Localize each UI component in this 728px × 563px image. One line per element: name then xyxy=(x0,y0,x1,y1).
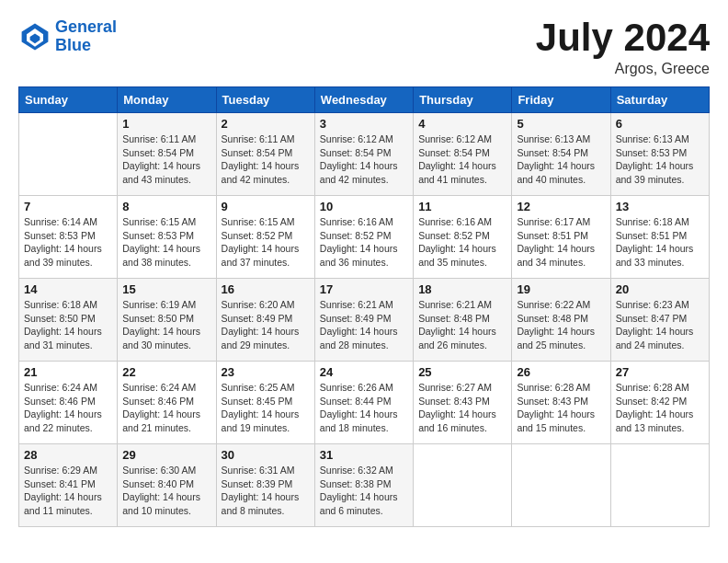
calendar-cell xyxy=(19,113,118,196)
calendar-body: 1Sunrise: 6:11 AMSunset: 8:54 PMDaylight… xyxy=(19,113,710,527)
day-number: 13 xyxy=(616,200,704,213)
day-number: 7 xyxy=(24,200,112,213)
day-number: 23 xyxy=(222,365,310,379)
day-info: Sunrise: 6:14 AMSunset: 8:53 PMDaylight:… xyxy=(24,215,112,270)
calendar-cell: 5Sunrise: 6:13 AMSunset: 8:54 PMDaylight… xyxy=(512,113,610,196)
day-info: Sunrise: 6:15 AMSunset: 8:53 PMDaylight:… xyxy=(122,215,210,270)
day-info: Sunrise: 6:25 AMSunset: 8:45 PMDaylight:… xyxy=(222,381,310,435)
calendar-week-4: 21Sunrise: 6:24 AMSunset: 8:46 PMDayligh… xyxy=(19,362,710,444)
month-year-title: July 2024 xyxy=(536,18,710,57)
day-info: Sunrise: 6:24 AMSunset: 8:46 PMDaylight:… xyxy=(24,381,112,435)
day-number: 17 xyxy=(320,282,408,296)
day-number: 22 xyxy=(122,365,210,379)
calendar-cell: 4Sunrise: 6:12 AMSunset: 8:54 PMDaylight… xyxy=(414,113,512,196)
day-number: 14 xyxy=(24,282,112,296)
header-day-friday: Friday xyxy=(512,87,610,113)
day-number: 20 xyxy=(616,282,704,296)
calendar-week-2: 7Sunrise: 6:14 AMSunset: 8:53 PMDaylight… xyxy=(19,196,710,279)
header-day-tuesday: Tuesday xyxy=(216,87,314,113)
day-number: 2 xyxy=(222,117,310,131)
calendar-cell: 17Sunrise: 6:21 AMSunset: 8:49 PMDayligh… xyxy=(314,279,413,362)
calendar-cell: 23Sunrise: 6:25 AMSunset: 8:45 PMDayligh… xyxy=(216,362,314,444)
day-info: Sunrise: 6:13 AMSunset: 8:53 PMDaylight:… xyxy=(616,132,704,187)
calendar-cell: 22Sunrise: 6:24 AMSunset: 8:46 PMDayligh… xyxy=(118,362,216,444)
title-block: July 2024 Argos, Greece xyxy=(536,18,710,77)
day-info: Sunrise: 6:28 AMSunset: 8:43 PMDaylight:… xyxy=(517,381,605,435)
day-info: Sunrise: 6:21 AMSunset: 8:49 PMDaylight:… xyxy=(320,298,408,352)
day-number: 25 xyxy=(418,365,506,379)
day-info: Sunrise: 6:24 AMSunset: 8:46 PMDaylight:… xyxy=(122,381,210,435)
calendar-cell: 31Sunrise: 6:32 AMSunset: 8:38 PMDayligh… xyxy=(314,444,413,527)
logo-icon xyxy=(18,20,51,53)
day-info: Sunrise: 6:29 AMSunset: 8:41 PMDaylight:… xyxy=(24,464,112,518)
day-info: Sunrise: 6:31 AMSunset: 8:39 PMDaylight:… xyxy=(222,464,310,518)
day-info: Sunrise: 6:27 AMSunset: 8:43 PMDaylight:… xyxy=(418,381,506,435)
day-number: 24 xyxy=(320,365,408,379)
calendar-cell: 11Sunrise: 6:16 AMSunset: 8:52 PMDayligh… xyxy=(414,196,512,279)
day-number: 3 xyxy=(320,117,408,131)
location-subtitle: Argos, Greece xyxy=(536,61,710,77)
calendar-cell: 18Sunrise: 6:21 AMSunset: 8:48 PMDayligh… xyxy=(414,279,512,362)
day-info: Sunrise: 6:26 AMSunset: 8:44 PMDaylight:… xyxy=(320,381,408,435)
logo: General Blue xyxy=(18,18,117,55)
day-info: Sunrise: 6:11 AMSunset: 8:54 PMDaylight:… xyxy=(222,132,310,187)
day-info: Sunrise: 6:18 AMSunset: 8:50 PMDaylight:… xyxy=(24,298,112,352)
calendar-cell: 24Sunrise: 6:26 AMSunset: 8:44 PMDayligh… xyxy=(314,362,413,444)
day-number: 16 xyxy=(222,282,310,296)
day-number: 19 xyxy=(517,282,605,296)
calendar-cell xyxy=(610,444,709,527)
day-info: Sunrise: 6:16 AMSunset: 8:52 PMDaylight:… xyxy=(418,215,506,270)
day-info: Sunrise: 6:22 AMSunset: 8:48 PMDaylight:… xyxy=(517,298,605,352)
page-header: General Blue July 2024 Argos, Greece xyxy=(18,18,710,77)
calendar-cell: 15Sunrise: 6:19 AMSunset: 8:50 PMDayligh… xyxy=(118,279,216,362)
day-info: Sunrise: 6:12 AMSunset: 8:54 PMDaylight:… xyxy=(320,132,408,187)
day-info: Sunrise: 6:20 AMSunset: 8:49 PMDaylight:… xyxy=(222,298,310,352)
day-number: 9 xyxy=(222,200,310,213)
calendar-cell: 30Sunrise: 6:31 AMSunset: 8:39 PMDayligh… xyxy=(216,444,314,527)
header-day-wednesday: Wednesday xyxy=(314,87,413,113)
header-row: SundayMondayTuesdayWednesdayThursdayFrid… xyxy=(19,87,710,113)
calendar-table: SundayMondayTuesdayWednesdayThursdayFrid… xyxy=(18,86,710,527)
calendar-cell: 1Sunrise: 6:11 AMSunset: 8:54 PMDaylight… xyxy=(118,113,216,196)
calendar-cell: 20Sunrise: 6:23 AMSunset: 8:47 PMDayligh… xyxy=(610,279,709,362)
day-number: 1 xyxy=(122,117,210,131)
calendar-cell: 2Sunrise: 6:11 AMSunset: 8:54 PMDaylight… xyxy=(216,113,314,196)
day-info: Sunrise: 6:19 AMSunset: 8:50 PMDaylight:… xyxy=(122,298,210,352)
day-info: Sunrise: 6:30 AMSunset: 8:40 PMDaylight:… xyxy=(122,464,210,518)
calendar-cell: 27Sunrise: 6:28 AMSunset: 8:42 PMDayligh… xyxy=(610,362,709,444)
calendar-cell: 8Sunrise: 6:15 AMSunset: 8:53 PMDaylight… xyxy=(118,196,216,279)
day-number: 31 xyxy=(320,448,408,462)
calendar-cell: 9Sunrise: 6:15 AMSunset: 8:52 PMDaylight… xyxy=(216,196,314,279)
day-number: 21 xyxy=(24,365,112,379)
day-number: 28 xyxy=(24,448,112,462)
day-number: 15 xyxy=(122,282,210,296)
day-info: Sunrise: 6:32 AMSunset: 8:38 PMDaylight:… xyxy=(320,464,408,518)
day-info: Sunrise: 6:16 AMSunset: 8:52 PMDaylight:… xyxy=(320,215,408,270)
day-info: Sunrise: 6:11 AMSunset: 8:54 PMDaylight:… xyxy=(122,132,210,187)
day-number: 4 xyxy=(418,117,506,131)
calendar-cell: 10Sunrise: 6:16 AMSunset: 8:52 PMDayligh… xyxy=(314,196,413,279)
calendar-cell xyxy=(512,444,610,527)
header-day-sunday: Sunday xyxy=(19,87,118,113)
calendar-cell: 6Sunrise: 6:13 AMSunset: 8:53 PMDaylight… xyxy=(610,113,709,196)
calendar-cell: 12Sunrise: 6:17 AMSunset: 8:51 PMDayligh… xyxy=(512,196,610,279)
calendar-cell: 29Sunrise: 6:30 AMSunset: 8:40 PMDayligh… xyxy=(118,444,216,527)
calendar-week-3: 14Sunrise: 6:18 AMSunset: 8:50 PMDayligh… xyxy=(19,279,710,362)
calendar-cell: 25Sunrise: 6:27 AMSunset: 8:43 PMDayligh… xyxy=(414,362,512,444)
day-info: Sunrise: 6:15 AMSunset: 8:52 PMDaylight:… xyxy=(222,215,310,270)
day-number: 12 xyxy=(517,200,605,213)
day-number: 30 xyxy=(222,448,310,462)
calendar-cell: 3Sunrise: 6:12 AMSunset: 8:54 PMDaylight… xyxy=(314,113,413,196)
calendar-week-5: 28Sunrise: 6:29 AMSunset: 8:41 PMDayligh… xyxy=(19,444,710,527)
day-number: 29 xyxy=(122,448,210,462)
day-number: 27 xyxy=(616,365,704,379)
calendar-cell: 28Sunrise: 6:29 AMSunset: 8:41 PMDayligh… xyxy=(19,444,118,527)
calendar-cell: 7Sunrise: 6:14 AMSunset: 8:53 PMDaylight… xyxy=(19,196,118,279)
header-day-monday: Monday xyxy=(118,87,216,113)
day-info: Sunrise: 6:12 AMSunset: 8:54 PMDaylight:… xyxy=(418,132,506,187)
day-number: 8 xyxy=(122,200,210,213)
calendar-cell: 26Sunrise: 6:28 AMSunset: 8:43 PMDayligh… xyxy=(512,362,610,444)
day-number: 18 xyxy=(418,282,506,296)
calendar-cell: 13Sunrise: 6:18 AMSunset: 8:51 PMDayligh… xyxy=(610,196,709,279)
calendar-cell: 16Sunrise: 6:20 AMSunset: 8:49 PMDayligh… xyxy=(216,279,314,362)
